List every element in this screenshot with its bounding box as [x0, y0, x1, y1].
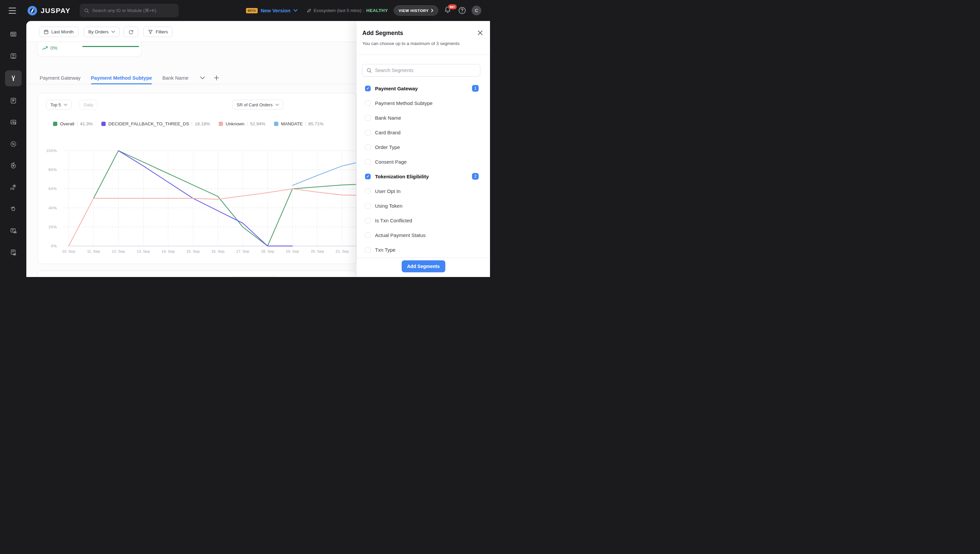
metric-dropdown[interactable]: SR of Card Orders: [232, 100, 283, 110]
segment-option[interactable]: Card Brand: [357, 125, 490, 140]
sidebar-item-pages[interactable]: [6, 245, 21, 259]
svg-text:14. Sep: 14. Sep: [162, 249, 175, 253]
segment-option[interactable]: Payment Method Subtype: [357, 96, 490, 110]
svg-text:60%: 60%: [49, 187, 57, 191]
legend-name: MANDATE: [281, 121, 303, 126]
tab-overflow-button[interactable]: [200, 76, 205, 80]
segment-label: Payment Gateway: [375, 86, 418, 91]
granularity-label: Daily: [84, 102, 93, 107]
avatar[interactable]: C: [472, 6, 481, 15]
tab-label: Payment Gateway: [40, 75, 81, 81]
segment-search-input[interactable]: [375, 68, 476, 73]
sidebar-item-payment-links[interactable]: [6, 223, 21, 238]
group-by-button[interactable]: By Orders: [84, 27, 120, 37]
top-n-dropdown[interactable]: Top 5: [46, 100, 72, 110]
close-icon[interactable]: [478, 30, 483, 35]
date-range-button[interactable]: Last Month: [39, 27, 78, 37]
legend-name: DECIDER_FALLBACK_TO_THREE_DS: [108, 121, 189, 126]
question-icon: [458, 7, 466, 14]
svg-text:16. Sep: 16. Sep: [212, 249, 225, 253]
plus-icon: [214, 75, 219, 80]
view-history-label: VIEW HISTORY: [399, 9, 429, 13]
money-bag-icon: [10, 205, 17, 213]
segment-option[interactable]: User Opt In: [357, 184, 490, 198]
sidebar-item-analytics[interactable]: [6, 115, 21, 130]
filter-funnel-icon: [148, 30, 153, 34]
tab[interactable]: Bank Name: [162, 71, 188, 84]
segment-option[interactable]: Order Type: [357, 140, 490, 154]
segment-checkbox[interactable]: [365, 188, 371, 194]
chevron-down-icon: [111, 31, 115, 33]
tab[interactable]: Payment Gateway: [40, 71, 81, 84]
segment-option[interactable]: Payment Gateway 1: [357, 81, 490, 96]
segment-search[interactable]: [362, 64, 480, 76]
sidebar-item-offers[interactable]: [6, 137, 21, 151]
customer-icon: [10, 53, 17, 60]
segment-checkbox[interactable]: [365, 247, 371, 253]
segment-checkbox[interactable]: [365, 144, 371, 150]
sidebar-item-payouts[interactable]: [6, 180, 21, 195]
segment-checkbox[interactable]: [365, 232, 371, 238]
add-segments-button[interactable]: Add Segments: [402, 260, 445, 272]
segment-option[interactable]: Actual Payment Status: [357, 228, 490, 242]
menu-icon[interactable]: [9, 8, 16, 14]
segment-option[interactable]: Tokenization Eligibility 2: [357, 169, 490, 184]
legend-item[interactable]: Overall 41.3%: [53, 121, 93, 126]
segment-checkbox[interactable]: [365, 218, 371, 223]
global-search[interactable]: [80, 4, 179, 18]
svg-text:11. Sep: 11. Sep: [87, 249, 100, 253]
segment-checkbox[interactable]: [365, 159, 371, 165]
panel-subtitle: You can choose up to a maximum of 3 segm…: [362, 41, 459, 46]
legend-value: 85.71%: [308, 121, 324, 126]
legend-item[interactable]: DECIDER_FALLBACK_TO_THREE_DS 18.18%: [101, 121, 210, 126]
filters-button[interactable]: Filters: [143, 27, 173, 37]
help-button[interactable]: [458, 7, 466, 14]
legend-value: 52.94%: [250, 121, 265, 126]
segment-option[interactable]: Using Token: [357, 198, 490, 213]
metric-label: SR of Card Orders: [237, 102, 273, 107]
legend-separator: [77, 122, 77, 126]
view-history-button[interactable]: VIEW HISTORY: [394, 5, 438, 16]
refresh-button[interactable]: [123, 27, 138, 37]
chevron-down-icon: [293, 9, 298, 12]
segment-option[interactable]: Is Txn Conflicted: [357, 213, 490, 228]
notifications-button[interactable]: 99+: [444, 6, 453, 16]
segment-checkbox[interactable]: [365, 115, 371, 121]
svg-text:0%: 0%: [51, 244, 57, 248]
segment-option[interactable]: Consent Page: [357, 154, 490, 169]
brand-logo: JUSPAY: [27, 6, 71, 16]
chevron-down-icon: [275, 103, 279, 106]
global-search-input[interactable]: [92, 8, 174, 13]
tab[interactable]: Payment Method Subtype: [91, 71, 152, 84]
brand-name: JUSPAY: [41, 7, 71, 15]
legend-swatch: [219, 122, 223, 126]
segment-label: Txn Type: [375, 247, 395, 253]
top-n-label: Top 5: [50, 102, 61, 107]
segment-checkbox[interactable]: [365, 203, 371, 209]
add-tab-button[interactable]: [214, 75, 219, 80]
segment-checkbox[interactable]: [365, 174, 371, 179]
segment-option[interactable]: Bank Name: [357, 110, 490, 125]
sidebar-item-tools[interactable]: [5, 70, 22, 86]
sidebar-item-collections[interactable]: [6, 202, 21, 217]
svg-text:13. Sep: 13. Sep: [137, 249, 150, 253]
sidebar-item-refunds[interactable]: [6, 158, 21, 173]
legend-item[interactable]: Unknown 52.94%: [219, 121, 265, 126]
next-metric-dropdown[interactable]: [233, 276, 277, 277]
segment-order-badge: 2: [472, 173, 479, 180]
legend-name: Unknown: [226, 121, 244, 126]
wrench-icon: [10, 75, 17, 82]
segment-checkbox[interactable]: [365, 100, 371, 106]
version-switcher[interactable]: BETA New Version: [246, 8, 298, 13]
card-link-icon: [10, 227, 17, 234]
legend-item[interactable]: MANDATE 85.71%: [274, 121, 324, 126]
sidebar-item-dashboard[interactable]: [6, 27, 21, 42]
sidebar-item-ledger[interactable]: [6, 93, 21, 108]
segment-checkbox[interactable]: [365, 86, 371, 91]
segment-option[interactable]: Txn Type: [357, 242, 490, 257]
segment-checkbox[interactable]: [365, 130, 371, 135]
trend-up-icon: [42, 46, 48, 50]
granularity-button[interactable]: Daily: [80, 100, 98, 110]
sidebar-item-customers[interactable]: [6, 49, 21, 63]
legend-swatch: [53, 122, 57, 126]
